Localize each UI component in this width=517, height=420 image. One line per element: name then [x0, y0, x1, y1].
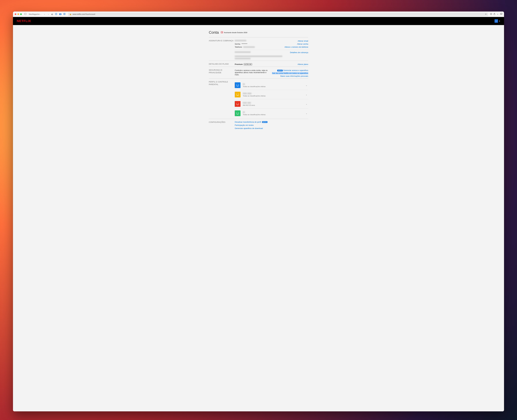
member-since-icon — [221, 31, 223, 34]
reload-button[interactable]: ⟳ — [485, 13, 486, 15]
camera-extension-icon[interactable] — [59, 13, 62, 15]
profile-row[interactable]: Todas as classificações etárias⌄ — [235, 81, 308, 90]
share-icon[interactable] — [494, 13, 495, 15]
minimize-window-button[interactable] — [17, 13, 19, 15]
profile-row[interactable]: Todas as classificações etárias⌄ — [235, 109, 308, 118]
change-phone-link[interactable]: Alterar o número de telefone — [285, 46, 308, 48]
page-title: Conta — [209, 30, 219, 35]
svg-point-15 — [236, 94, 237, 94]
manage-access-link[interactable]: Gerenciar acesso e aparelhos — [283, 69, 308, 71]
profile-name-redacted — [243, 111, 302, 113]
profile-avatar — [235, 101, 240, 107]
svg-point-19 — [236, 112, 237, 113]
profile-avatar — [235, 82, 240, 88]
svg-point-4 — [60, 14, 61, 15]
svg-point-11 — [497, 21, 497, 21]
profile-menu[interactable]: ▼ — [494, 19, 500, 23]
profile-maturity-rating: Todas as classificações etárias — [243, 95, 302, 97]
section-label: SEGURANÇA E PRIVACIDADE — [209, 69, 235, 78]
profile-avatar — [235, 110, 240, 116]
change-password-link[interactable]: Alterar senha — [297, 43, 308, 45]
section-label: PERFIL E CONTROLE PARENTAL — [209, 81, 235, 118]
chevron-down-icon: ⌄ — [40, 13, 41, 15]
billing-line-redacted — [235, 58, 251, 59]
url-text: www.netflix.com/YourAccount — [73, 13, 95, 15]
profile-row[interactable]: Todas as classificações etárias⌄ — [235, 90, 308, 99]
lock-icon: 🔒 — [69, 13, 71, 15]
sign-out-all-devices-link[interactable]: Sair da conta Netflix em todos os aparel… — [272, 72, 308, 74]
download-personal-info-link[interactable]: Baixe suas informações pessoais — [280, 75, 308, 77]
profile-maturity-rating: Todas as classificações etárias — [243, 114, 302, 115]
tab-group-picker[interactable]: MacMagazine ⌄ — [28, 13, 42, 15]
chevron-down-icon: ⌄ — [305, 84, 308, 86]
svg-rect-9 — [501, 13, 502, 14]
profile-meta: Todas as classificações etárias — [243, 111, 302, 115]
sidebar-toggle-icon[interactable] — [24, 13, 27, 15]
shield-icon[interactable]: ◐ — [51, 13, 54, 15]
svg-point-14 — [238, 84, 239, 85]
svg-point-18 — [238, 103, 239, 104]
manage-download-devices-link[interactable]: Gerenciar aparelhos de download — [235, 127, 263, 129]
change-email-link[interactable]: Alterar email — [298, 40, 308, 42]
browser-window: MacMagazine ⌄ ‹ › ◐ 🔒 www.netflix.com/Yo… — [13, 12, 504, 411]
section-profiles: PERFIL E CONTROLE PARENTAL Todas as clas… — [209, 78, 308, 119]
security-description: Controle o acesso a esta conta, veja os … — [235, 69, 271, 76]
profile-meta: Todas as classificações etárias — [243, 83, 302, 87]
close-window-button[interactable] — [15, 13, 16, 15]
new-tab-icon[interactable]: ＋ — [497, 13, 499, 15]
back-button[interactable]: ‹ — [43, 13, 46, 15]
billing-line-redacted — [235, 56, 282, 57]
svg-rect-0 — [24, 13, 26, 15]
member-since-text: Assinante desde Outubro 2018 — [224, 32, 247, 33]
plan-quality-badge: ULTRA HD — [244, 63, 252, 65]
profile-name-redacted — [243, 83, 302, 85]
avatar — [494, 19, 498, 23]
svg-point-20 — [238, 112, 239, 113]
profile-avatar — [235, 92, 240, 98]
chevron-down-icon: ⌄ — [305, 93, 308, 96]
downloads-icon[interactable] — [490, 13, 492, 15]
chevron-down-icon: ⌄ — [305, 103, 308, 105]
netflix-logo[interactable]: NETFLIX — [17, 19, 31, 23]
profile-name-redacted — [243, 93, 302, 95]
svg-point-16 — [238, 94, 239, 94]
phone-value-redacted — [243, 46, 255, 48]
plan-name: Premium — [235, 63, 243, 65]
new-badge: NOVO — [262, 121, 268, 123]
billing-details-link[interactable]: Detalhes de cobrança — [290, 51, 308, 53]
change-plan-link[interactable]: Alterar plano — [298, 63, 308, 65]
forward-button[interactable]: › — [47, 13, 50, 15]
svg-point-17 — [236, 103, 237, 104]
section-label: DETALHES DO PLANO — [209, 63, 235, 66]
new-badge: NOVO — [277, 70, 283, 71]
svg-point-10 — [496, 21, 496, 21]
section-membership: ASSINATURA E COBRANÇA Alterar email Senh… — [209, 37, 308, 60]
svg-point-13 — [236, 84, 237, 85]
account-content: Conta Assinante desde Outubro 2018 ASSIN… — [209, 30, 308, 130]
disable-profile-transfer-link[interactable]: Desativar transferência de perfil — [235, 121, 261, 123]
section-label: CONFIGURAÇÕES — [209, 121, 235, 129]
profile-maturity-rating: Até A10 10 anos — [243, 104, 302, 106]
test-participation-link[interactable]: Participação em testes — [235, 124, 254, 126]
share-extension-icon[interactable] — [63, 13, 66, 15]
payment-method-redacted — [235, 51, 251, 53]
profile-meta: Todas as classificações etárias — [243, 93, 302, 97]
password-label: Senha: — [235, 43, 241, 45]
profile-row[interactable]: Até A10 10 anos⌄ — [235, 99, 308, 109]
window-controls — [15, 13, 22, 15]
section-plan: DETALHES DO PLANO Premium ULTRA HD Alter… — [209, 60, 308, 67]
section-label: ASSINATURA E COBRANÇA — [209, 39, 235, 60]
caret-down-icon: ▼ — [499, 20, 500, 22]
tab-overview-icon[interactable] — [500, 13, 502, 15]
extension-icon[interactable] — [54, 13, 58, 15]
page-viewport: NETFLIX ▼ Conta Assinante desde Outubro … — [13, 17, 504, 411]
section-settings: CONFIGURAÇÕES Desativar transferência de… — [209, 119, 308, 130]
profile-name-redacted — [243, 102, 302, 104]
profile-maturity-rating: Todas as classificações etárias — [243, 86, 302, 87]
browser-toolbar: MacMagazine ⌄ ‹ › ◐ 🔒 www.netflix.com/Yo… — [13, 12, 504, 17]
site-header: NETFLIX ▼ — [13, 17, 504, 25]
address-bar[interactable]: 🔒 www.netflix.com/YourAccount ⟳ — [68, 13, 488, 16]
phone-label: Telefone: — [235, 46, 242, 48]
svg-rect-8 — [500, 13, 502, 15]
zoom-window-button[interactable] — [20, 13, 22, 15]
